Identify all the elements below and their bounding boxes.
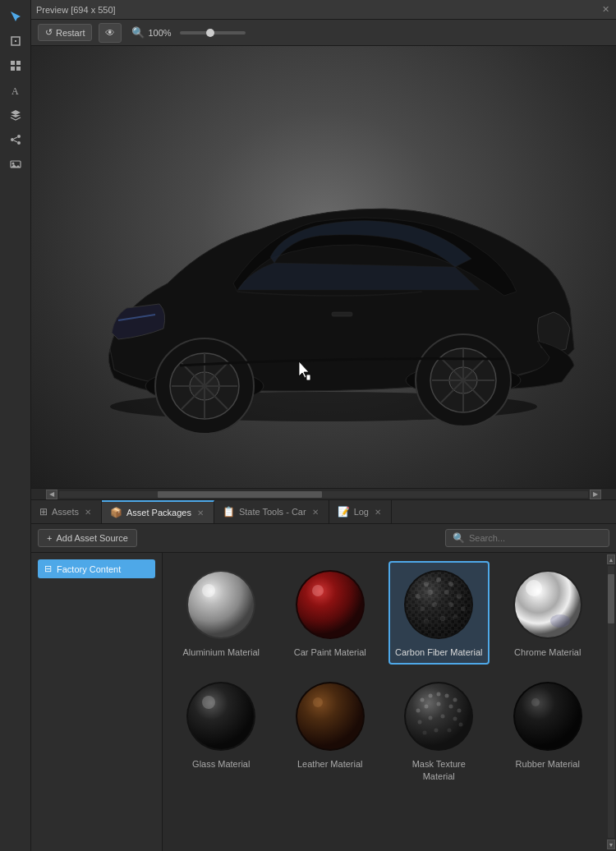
material-item-chrome[interactable]: Chrome Material <box>498 561 599 665</box>
svg-point-52 <box>432 602 437 607</box>
svg-rect-2 <box>11 67 15 71</box>
scroll-thumb <box>158 491 322 498</box>
rubber-label: Rubber Material <box>516 758 580 770</box>
preview-close-button[interactable]: ✕ <box>600 4 611 16</box>
state-tools-car-tab-icon: 📋 <box>223 506 235 518</box>
zoom-slider[interactable] <box>180 31 246 34</box>
svg-line-8 <box>14 137 17 139</box>
assets-tab-close[interactable]: ✕ <box>83 507 93 518</box>
svg-rect-0 <box>11 61 15 65</box>
asset-toolbar: + Add Asset Source 🔍 <box>31 524 616 553</box>
svg-point-32 <box>188 572 254 637</box>
svg-rect-29 <box>332 312 352 316</box>
svg-point-87 <box>448 729 452 733</box>
zoom-slider-thumb <box>206 29 214 37</box>
cursor-tool[interactable] <box>3 5 28 28</box>
svg-rect-30 <box>306 375 310 380</box>
media-tool[interactable] <box>3 153 28 176</box>
rubber-sphere <box>511 679 585 753</box>
tab-asset-packages[interactable]: 📦 Asset Packages ✕ <box>102 500 214 523</box>
scroll-left-arrow[interactable]: ◀ <box>46 490 57 499</box>
material-item-mask-texture[interactable]: Mask Texture Material <box>388 673 490 789</box>
search-input[interactable] <box>469 533 602 543</box>
svg-point-76 <box>425 705 429 709</box>
svg-point-84 <box>459 723 463 727</box>
layers-tool[interactable] <box>3 104 28 126</box>
svg-point-6 <box>11 138 14 141</box>
zoom-controls: 🔍 100% <box>131 26 246 39</box>
vertical-scrollbar[interactable]: ▲ ▼ <box>606 553 616 851</box>
svg-point-78 <box>449 705 453 709</box>
svg-point-74 <box>453 698 457 702</box>
material-item-glass[interactable]: Glass Material <box>171 673 272 789</box>
asset-packages-tab-icon: 📦 <box>110 507 122 518</box>
scroll-track[interactable] <box>59 491 588 498</box>
svg-text:A: A <box>11 85 19 97</box>
chrome-label: Chrome Material <box>514 646 581 658</box>
material-item-leather[interactable]: Leather Material <box>280 673 381 789</box>
glass-sphere <box>184 679 258 753</box>
assets-tab-icon: ⊞ <box>39 506 48 518</box>
svg-point-83 <box>453 717 457 721</box>
left-toolbar: A <box>0 0 31 851</box>
tab-state-tools-car[interactable]: 📋 State Tools - Car ✕ <box>214 500 329 523</box>
svg-point-49 <box>444 590 449 595</box>
search-box[interactable]: 🔍 <box>445 529 609 547</box>
scroll-down-arrow[interactable]: ▼ <box>607 840 615 849</box>
share-tool[interactable] <box>3 128 28 151</box>
svg-point-48 <box>428 590 433 595</box>
visibility-button[interactable]: 👁 <box>99 23 122 43</box>
tab-assets[interactable]: ⊞ Assets ✕ <box>31 500 102 523</box>
sidebar-item-factory-content[interactable]: ⊟ Factory Content <box>38 559 155 578</box>
material-item-car-paint[interactable]: Car Paint Material <box>280 561 381 665</box>
canvas-scrollbar-horizontal[interactable]: ◀ ▶ <box>31 488 616 499</box>
text-tool[interactable]: A <box>3 79 28 102</box>
zoom-icon: 🔍 <box>131 26 145 39</box>
tab-log[interactable]: 📝 Log ✕ <box>329 500 392 523</box>
mask-texture-label: Mask Texture Material <box>395 758 483 782</box>
state-tools-car-tab-close[interactable]: ✕ <box>310 507 320 518</box>
restart-icon: ↺ <box>45 27 53 38</box>
svg-point-85 <box>423 731 427 735</box>
materials-grid-container[interactable]: Aluminium Material <box>163 553 606 851</box>
vertical-scroll-track[interactable] <box>608 566 614 838</box>
svg-point-53 <box>448 602 453 607</box>
svg-point-80 <box>418 720 422 724</box>
svg-point-81 <box>429 716 433 720</box>
svg-point-5 <box>17 135 21 138</box>
restart-button[interactable]: ↺ Restart <box>38 24 92 41</box>
svg-point-60 <box>526 580 542 596</box>
svg-point-90 <box>531 698 540 706</box>
select-tool[interactable] <box>3 30 28 53</box>
factory-content-label: Factory Content <box>57 564 121 574</box>
svg-point-51 <box>420 606 425 611</box>
plus-icon: + <box>47 533 52 543</box>
svg-point-82 <box>441 715 445 719</box>
scroll-right-arrow[interactable]: ▶ <box>590 490 601 499</box>
svg-point-67 <box>313 697 323 707</box>
browser-sidebar: ⊟ Factory Content <box>31 553 163 851</box>
carbon-fiber-sphere <box>402 568 476 642</box>
svg-point-46 <box>448 582 453 586</box>
svg-point-56 <box>440 616 445 621</box>
svg-point-50 <box>457 594 462 599</box>
svg-point-33 <box>202 584 215 597</box>
svg-point-61 <box>550 614 570 628</box>
svg-point-7 <box>17 141 21 145</box>
material-item-aluminium[interactable]: Aluminium Material <box>171 561 272 665</box>
svg-point-55 <box>424 619 429 623</box>
add-asset-source-button[interactable]: + Add Asset Source <box>38 529 137 547</box>
svg-point-57 <box>453 614 457 619</box>
vertical-scroll-thumb <box>608 574 614 623</box>
svg-rect-1 <box>16 61 21 65</box>
aluminium-label: Aluminium Material <box>182 646 260 658</box>
scroll-up-arrow[interactable]: ▲ <box>607 554 615 564</box>
asset-packages-tab-label: Asset Packages <box>126 508 191 518</box>
asset-packages-tab-close[interactable]: ✕ <box>195 508 205 518</box>
grid-tool[interactable] <box>3 54 28 77</box>
material-item-rubber[interactable]: Rubber Material <box>498 673 599 789</box>
preview-canvas <box>31 46 616 488</box>
material-item-carbon-fiber[interactable]: Carbon Fiber Material <box>388 561 490 665</box>
carbon-fiber-label: Carbon Fiber Material <box>395 646 482 658</box>
log-tab-close[interactable]: ✕ <box>373 507 383 518</box>
